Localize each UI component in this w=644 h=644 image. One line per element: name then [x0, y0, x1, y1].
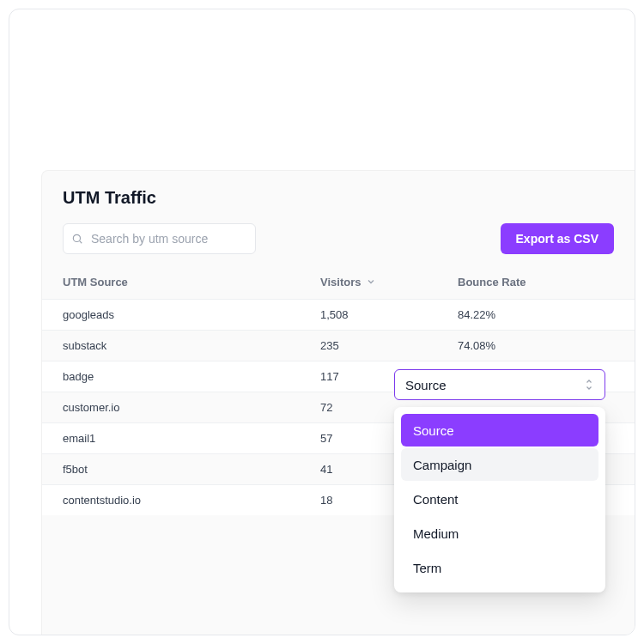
dropdown-option[interactable]: Campaign — [401, 448, 598, 481]
cell-source: googleads — [63, 308, 320, 321]
dropdown-option[interactable]: Term — [401, 551, 598, 584]
col-header-visitors[interactable]: Visitors — [320, 276, 458, 289]
app-frame: UTM Traffic Export as CSV UTM Source Vis… — [9, 9, 635, 635]
utm-field-dropdown: Source SourceCampaignContentMediumTerm — [394, 369, 605, 592]
page-title: UTM Traffic — [42, 171, 635, 223]
search-wrap — [63, 223, 256, 254]
cell-source: badge — [63, 370, 320, 383]
svg-point-0 — [73, 234, 80, 241]
cell-bounce: 74.08% — [458, 339, 614, 352]
cell-source: f5bot — [63, 463, 320, 476]
cell-source: substack — [63, 339, 320, 352]
cell-bounce: 84.22% — [458, 308, 614, 321]
col-header-bounce[interactable]: Bounce Rate — [458, 276, 614, 289]
col-header-visitors-label: Visitors — [320, 276, 361, 289]
controls-row: Export as CSV — [42, 223, 635, 264]
cell-visitors: 235 — [320, 339, 458, 352]
table-row[interactable]: substack23574.08% — [42, 330, 635, 361]
dropdown-menu: SourceCampaignContentMediumTerm — [394, 407, 605, 592]
dropdown-selected-label: Source — [405, 378, 447, 392]
chevron-down-icon — [366, 276, 376, 287]
dropdown-option[interactable]: Source — [401, 414, 598, 447]
search-icon — [71, 233, 83, 245]
table-header-row: UTM Source Visitors Bounce Rate — [42, 264, 635, 299]
dropdown-option[interactable]: Content — [401, 483, 598, 515]
dropdown-trigger[interactable]: Source — [394, 369, 605, 400]
svg-line-1 — [80, 241, 82, 244]
dropdown-option[interactable]: Medium — [401, 517, 598, 550]
cell-source: contentstudio.io — [63, 494, 320, 507]
cell-source: customer.io — [63, 401, 320, 414]
col-header-source[interactable]: UTM Source — [63, 276, 320, 289]
cell-source: email1 — [63, 432, 320, 445]
table-row[interactable]: googleads1,50884.22% — [42, 299, 635, 330]
cell-visitors: 1,508 — [320, 308, 458, 321]
search-input[interactable] — [63, 223, 256, 254]
export-csv-button[interactable]: Export as CSV — [501, 223, 614, 254]
chevron-up-down-icon — [584, 378, 594, 392]
